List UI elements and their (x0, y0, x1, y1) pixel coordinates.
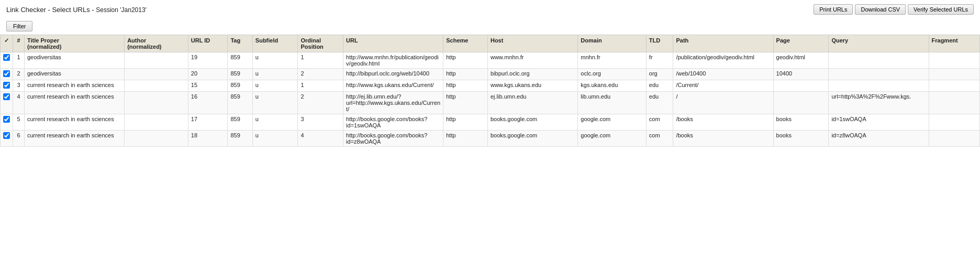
cell-url-id: 18 (188, 131, 228, 147)
row-checkbox[interactable] (3, 54, 10, 61)
cell-host: bibpurl.oclc.org (487, 69, 577, 80)
row-checkbox-cell[interactable] (1, 52, 13, 69)
cell-url-id: 16 (188, 92, 228, 114)
cell-tld: edu (646, 80, 673, 92)
row-checkbox[interactable] (3, 93, 10, 100)
cell-title-proper: current research in earth sciences (25, 80, 125, 92)
cell-fragment (929, 80, 979, 92)
header-path: Path (673, 35, 773, 52)
cell-tag: 859 (228, 80, 252, 92)
cell-ordinal-position: 1 (298, 80, 343, 92)
cell-title-proper: geodiversitas (25, 52, 125, 69)
header-url-id: URL ID (188, 35, 228, 52)
row-checkbox-cell[interactable] (1, 92, 13, 114)
cell-query: id=z8wOAQA (829, 131, 929, 147)
row-checkbox[interactable] (3, 116, 10, 123)
cell-author (125, 80, 188, 92)
cell-scheme: http (443, 52, 488, 69)
cell-tld: com (646, 114, 673, 131)
cell-domain: oclc.org (578, 69, 647, 80)
cell-ordinal-position: 4 (298, 131, 343, 147)
cell-subfield: u (252, 114, 298, 131)
cell-num: 4 (13, 92, 25, 114)
row-checkbox[interactable] (3, 132, 10, 139)
print-urls-button[interactable]: Print URLs (814, 4, 853, 15)
header-tld: TLD (646, 35, 673, 52)
cell-num: 6 (13, 131, 25, 147)
cell-host: books.google.com (487, 114, 577, 131)
cell-url: http://www.mnhn.fr/publication/geodiv/ge… (343, 52, 443, 69)
cell-tag: 859 (228, 52, 252, 69)
cell-scheme: http (443, 69, 488, 80)
cell-author (125, 52, 188, 69)
header-check: ✓ (1, 35, 13, 52)
cell-subfield: u (252, 80, 298, 92)
cell-host: books.google.com (487, 131, 577, 147)
cell-tag: 859 (228, 114, 252, 131)
cell-path: /Current/ (673, 80, 773, 92)
row-checkbox-cell[interactable] (1, 69, 13, 80)
cell-subfield: u (252, 52, 298, 69)
header-bar: Link Checker - Select URLs - Session 'Ja… (0, 0, 980, 19)
main-table: ✓ # Title Proper(normalized) Author(norm… (0, 35, 980, 147)
table-row: 6current research in earth sciences18859… (1, 131, 980, 147)
cell-page: books (773, 114, 829, 131)
filter-bar: Filter (0, 19, 980, 35)
cell-domain: lib.umn.edu (578, 92, 647, 114)
cell-title-proper: current research in earth sciences (25, 92, 125, 114)
cell-path: /publication/geodiv/geodiv.html (673, 52, 773, 69)
cell-query: url=http%3A%2F%2Fwww.kgs. (829, 92, 929, 114)
header-title-proper: Title Proper(normalized) (25, 35, 125, 52)
header-num: # (13, 35, 25, 52)
cell-fragment (929, 52, 979, 69)
table-row: 3current research in earth sciences15859… (1, 80, 980, 92)
header-subfield: Subfield (252, 35, 298, 52)
header-domain: Domain (578, 35, 647, 52)
cell-url: http://ej.lib.umn.edu/?url=http://www.kg… (343, 92, 443, 114)
cell-scheme: http (443, 131, 488, 147)
cell-domain: mnhn.fr (578, 52, 647, 69)
table-row: 4current research in earth sciences16859… (1, 92, 980, 114)
cell-path: /books (673, 131, 773, 147)
filter-button[interactable]: Filter (6, 21, 32, 31)
header-tag: Tag (228, 35, 252, 52)
cell-ordinal-position: 2 (298, 92, 343, 114)
cell-subfield: u (252, 131, 298, 147)
cell-author (125, 92, 188, 114)
row-checkbox-cell[interactable] (1, 80, 13, 92)
cell-page (773, 80, 829, 92)
verify-selected-button[interactable]: Verify Selected URLs (908, 4, 974, 15)
row-checkbox[interactable] (3, 70, 10, 77)
cell-tag: 859 (228, 69, 252, 80)
table-row: 2geodiversitas20859u2http://bibpurl.oclc… (1, 69, 980, 80)
row-checkbox-cell[interactable] (1, 114, 13, 131)
cell-host: www.kgs.ukans.edu (487, 80, 577, 92)
cell-page: geodiv.html (773, 52, 829, 69)
cell-scheme: http (443, 80, 488, 92)
table-row: 5current research in earth sciences17859… (1, 114, 980, 131)
header-page: Page (773, 35, 829, 52)
app-title: Link Checker - Select URLs (6, 6, 90, 14)
cell-fragment (929, 131, 979, 147)
header-ordinal-position: OrdinalPosition (298, 35, 343, 52)
header-query: Query (829, 35, 929, 52)
cell-url-id: 17 (188, 114, 228, 131)
download-csv-button[interactable]: Download CSV (855, 4, 906, 15)
row-checkbox[interactable] (3, 82, 10, 89)
cell-url: http://books.google.com/books?id=z8wOAQA (343, 131, 443, 147)
cell-page: books (773, 131, 829, 147)
row-checkbox-cell[interactable] (1, 131, 13, 147)
cell-title-proper: current research in earth sciences (25, 131, 125, 147)
header-fragment: Fragment (929, 35, 979, 52)
cell-fragment (929, 114, 979, 131)
cell-tld: edu (646, 92, 673, 114)
cell-num: 3 (13, 80, 25, 92)
cell-domain: kgs.ukans.edu (578, 80, 647, 92)
cell-query (829, 80, 929, 92)
cell-ordinal-position: 3 (298, 114, 343, 131)
cell-query (829, 52, 929, 69)
cell-title-proper: current research in earth sciences (25, 114, 125, 131)
cell-num: 1 (13, 52, 25, 69)
cell-tld: com (646, 131, 673, 147)
table-row: 1geodiversitas19859u1http://www.mnhn.fr/… (1, 52, 980, 69)
